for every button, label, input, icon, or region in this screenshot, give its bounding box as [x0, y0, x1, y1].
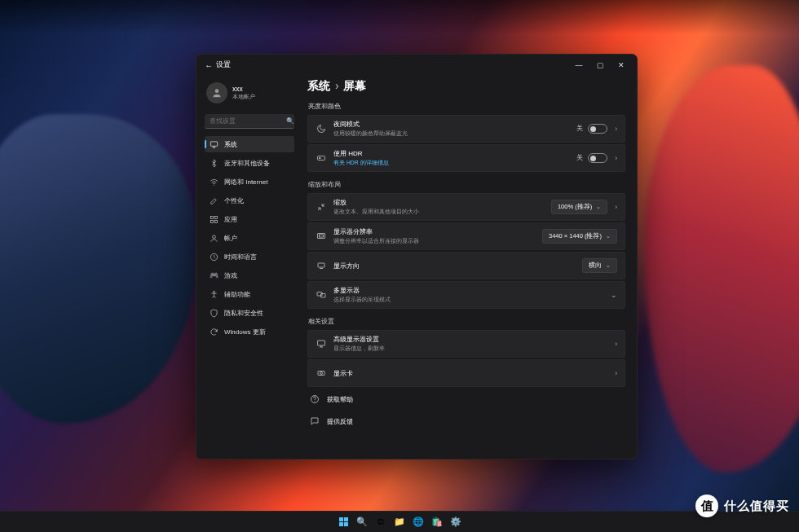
profile-subtitle: 本地帐户 [232, 93, 255, 101]
orientation-icon [316, 261, 326, 271]
nav-privacy[interactable]: 隐私和安全性 [205, 305, 294, 321]
svg-rect-4 [214, 216, 217, 218]
svg-point-7 [213, 235, 216, 238]
svg-rect-16 [317, 341, 324, 345]
sidebar: xxx 本地帐户 🔍 系统 蓝牙和其他设备 网络和 Internet [196, 76, 301, 459]
row-title: 夜间模式 [333, 120, 569, 129]
row-resolution[interactable]: 显示器分辨率 调整分辨率以适合所连接的显示器 3440 × 1440 (推荐) … [307, 222, 625, 250]
svg-rect-1 [210, 141, 217, 146]
row-multi-display[interactable]: 多显示器 选择显示器的呈现模式 ⌄ [307, 281, 625, 309]
taskbar-store[interactable]: 🛍️ [429, 514, 445, 530]
row-title: 缩放 [333, 198, 544, 207]
taskbar-explorer[interactable]: 📁 [391, 514, 408, 530]
apps-icon [210, 215, 219, 224]
section-brightness-header: 亮度和颜色 [308, 102, 625, 111]
nav-update[interactable]: Windows 更新 [205, 323, 294, 340]
row-title: 高级显示器设置 [333, 335, 605, 344]
svg-point-9 [214, 291, 215, 292]
avatar-icon [206, 82, 227, 103]
search-input[interactable] [210, 117, 286, 125]
start-button[interactable] [335, 514, 351, 530]
nav-label: Windows 更新 [224, 328, 266, 336]
maximize-button[interactable]: ▢ [589, 61, 611, 69]
breadcrumb-current: 屏幕 [343, 79, 366, 92]
row-scale[interactable]: 缩放 更改文本、应用和其他项目的大小 100% (推荐) ⌄ › [307, 193, 625, 221]
nav-system[interactable]: 系统 [205, 136, 294, 152]
multi-display-icon [316, 290, 326, 301]
toggle-state: 关 [576, 125, 583, 133]
profile-name: xxx [232, 85, 255, 93]
row-subtitle: 选择显示器的呈现模式 [333, 296, 601, 304]
chevron-right-icon: › [615, 369, 617, 377]
nav-accounts[interactable]: 帐户 [205, 230, 294, 246]
chevron-down-icon: ⌄ [611, 291, 617, 299]
search-box[interactable]: 🔍 [205, 114, 294, 129]
moon-icon [316, 124, 326, 134]
row-subtitle-link[interactable]: 有关 HDR 的详细信息 [333, 159, 569, 167]
accessibility-icon [210, 290, 219, 299]
nav-label: 个性化 [224, 196, 244, 205]
night-light-toggle[interactable] [588, 124, 607, 134]
row-get-help[interactable]: 获取帮助 [307, 389, 625, 410]
svg-rect-13 [318, 263, 324, 267]
svg-rect-3 [210, 216, 213, 218]
chevron-down-icon: ⌄ [596, 204, 601, 210]
taskbar-edge[interactable]: 🌐 [410, 514, 426, 530]
chevron-right-icon: › [335, 79, 339, 92]
back-button[interactable]: ← [201, 61, 216, 70]
nav-network[interactable]: 网络和 Internet [205, 174, 294, 190]
nav-label: 帐户 [224, 234, 237, 243]
row-title: 获取帮助 [327, 395, 624, 404]
section-scale-header: 缩放和布局 [308, 180, 625, 189]
hdr-icon [316, 153, 326, 164]
nav-apps[interactable]: 应用 [205, 211, 294, 227]
svg-rect-11 [317, 234, 324, 239]
nav-accessibility[interactable]: 辅助功能 [205, 286, 294, 302]
row-advanced-display[interactable]: 高级显示器设置 显示器信息，刷新率 › [307, 330, 625, 358]
chevron-right-icon: › [615, 340, 617, 348]
row-title: 使用 HDR [333, 149, 569, 158]
scale-dropdown[interactable]: 100% (推荐) ⌄ [551, 200, 607, 214]
dropdown-value: 100% (推荐) [558, 203, 592, 211]
breadcrumb-parent[interactable]: 系统 [307, 79, 330, 92]
nav-label: 辅助功能 [224, 290, 250, 299]
row-graphics[interactable]: 显示卡 › [307, 359, 625, 387]
watermark: 值 什么值得买 [695, 495, 789, 517]
row-title: 显示卡 [333, 369, 605, 378]
svg-rect-6 [214, 220, 217, 222]
window-title: 设置 [216, 60, 568, 70]
resolution-dropdown[interactable]: 3440 × 1440 (推荐) ⌄ [542, 229, 617, 244]
row-title: 提供反馈 [327, 417, 624, 426]
chevron-right-icon: › [615, 203, 617, 211]
main-content: 系统 › 屏幕 亮度和颜色 夜间模式 使用较暖的颜色帮助屏蔽蓝光 关 › [301, 76, 637, 459]
nav-label: 网络和 Internet [224, 178, 267, 187]
row-title: 显示方向 [333, 262, 575, 270]
search-icon: 🔍 [286, 117, 294, 125]
taskbar: 🔍 ⧉ 📁 🌐 🛍️ ⚙️ [0, 511, 799, 532]
dropdown-value: 3440 × 1440 (推荐) [549, 232, 602, 240]
nav-label: 蓝牙和其他设备 [224, 159, 270, 168]
close-button[interactable]: ✕ [611, 61, 632, 69]
nav-gaming[interactable]: 🎮 游戏 [205, 267, 294, 284]
nav-label: 隐私和安全性 [224, 309, 263, 318]
taskbar-task-view[interactable]: ⧉ [373, 514, 389, 530]
profile-block[interactable]: xxx 本地帐户 [205, 77, 294, 112]
row-night-light[interactable]: 夜间模式 使用较暖的颜色帮助屏蔽蓝光 关 › [307, 115, 625, 143]
row-hdr[interactable]: 使用 HDR 有关 HDR 的详细信息 关 › [307, 144, 625, 172]
taskbar-settings[interactable]: ⚙️ [448, 514, 464, 530]
chevron-down-icon: ⌄ [606, 262, 611, 269]
shield-icon [210, 309, 219, 318]
monitor-icon [316, 339, 326, 350]
nav-personalization[interactable]: 个性化 [205, 192, 294, 209]
row-orientation[interactable]: 显示方向 横向 ⌄ [307, 252, 625, 279]
nav-bluetooth[interactable]: 蓝牙和其他设备 [205, 155, 294, 171]
hdr-toggle[interactable] [588, 153, 607, 163]
minimize-button[interactable]: — [568, 61, 589, 69]
brush-icon [210, 196, 219, 205]
row-feedback[interactable]: 提供反馈 [307, 411, 625, 432]
nav-time[interactable]: 时间和语言 [205, 248, 294, 265]
taskbar-search[interactable]: 🔍 [354, 514, 370, 530]
toggle-state: 关 [576, 154, 583, 162]
orientation-dropdown[interactable]: 横向 ⌄ [582, 258, 617, 273]
bluetooth-icon [210, 159, 219, 168]
